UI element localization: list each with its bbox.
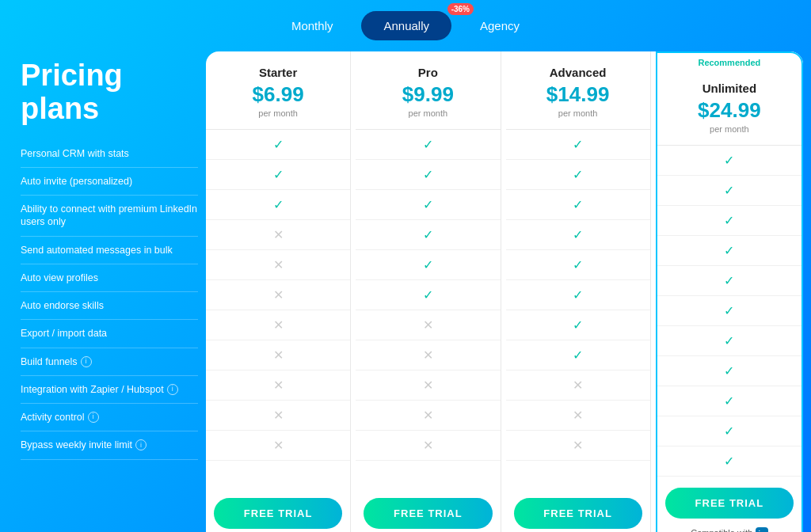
plan-name-starter: Starter [214, 66, 342, 79]
check-cell-unlimited-10: ✓ [657, 446, 801, 477]
check-cell-pro-7: ✕ [356, 340, 500, 370]
check-cell-unlimited-7: ✓ [657, 356, 801, 386]
discount-badge: -36% [447, 3, 474, 15]
feature-item: Send automated messages in bulk [21, 237, 198, 264]
check-cell-starter-1: ✓ [206, 160, 350, 190]
feature-item: Build funnelsi [21, 348, 198, 376]
feature-item: Personal CRM with stats [21, 140, 198, 168]
check-grid: ✓✓✓✕✕✕✕✕✕✕✕ [206, 130, 350, 487]
check-cell-unlimited-2: ✓ [657, 206, 801, 236]
check-cell-pro-0: ✓ [356, 130, 500, 160]
check-cell-starter-4: ✕ [206, 250, 350, 280]
plan-footer-starter: FREE TRIAL Compatible with in + Sales Na… [206, 487, 350, 532]
check-cell-advanced-5: ✓ [506, 280, 650, 310]
feature-item: Auto view profiles [21, 264, 198, 292]
feature-item: Activity controli [21, 404, 198, 431]
check-cell-unlimited-0: ✓ [657, 146, 801, 176]
plan-price-advanced: $14.99 [514, 82, 642, 107]
check-cell-unlimited-9: ✓ [657, 416, 801, 446]
check-cell-pro-3: ✓ [356, 220, 500, 250]
check-cell-starter-0: ✓ [206, 130, 350, 160]
feature-item: Ability to connect with premium LinkedIn… [21, 196, 198, 237]
feature-item: Integration with Zapier / Hubspoti [21, 376, 198, 404]
tab-agency[interactable]: Agency [458, 11, 542, 40]
check-cell-pro-10: ✕ [356, 431, 500, 461]
plan-header-advanced: Advanced $14.99 per month [506, 51, 650, 130]
check-cell-pro-1: ✓ [356, 160, 500, 190]
plan-period-starter: per month [214, 108, 342, 118]
check-cell-advanced-8: ✕ [506, 370, 650, 401]
features-sidebar: Pricingplans Personal CRM with statsAuto… [8, 51, 206, 532]
feature-list: Personal CRM with statsAuto invite (pers… [21, 140, 198, 532]
check-cell-starter-3: ✕ [206, 220, 350, 250]
check-cell-unlimited-1: ✓ [657, 176, 801, 206]
recommended-badge: Recommended [657, 53, 801, 67]
check-cell-pro-5: ✓ [356, 280, 500, 310]
check-cell-advanced-1: ✓ [506, 160, 650, 190]
plan-name-unlimited: Unlimited [665, 82, 794, 95]
check-cell-unlimited-6: ✓ [657, 326, 801, 356]
check-cell-advanced-10: ✕ [506, 431, 650, 461]
check-cell-advanced-4: ✓ [506, 250, 650, 280]
check-cell-advanced-3: ✓ [506, 220, 650, 250]
feature-item: Export / import data [21, 320, 198, 348]
check-cell-starter-8: ✕ [206, 370, 350, 401]
check-cell-starter-9: ✕ [206, 401, 350, 431]
feature-item: Bypass weekly invite limiti [21, 431, 198, 459]
check-cell-pro-8: ✕ [356, 370, 500, 401]
plan-header-starter: Starter $6.99 per month [206, 51, 350, 130]
plan-price-pro: $9.99 [364, 82, 492, 107]
check-cell-starter-2: ✓ [206, 190, 350, 220]
plan-header-pro: Pro $9.99 per month [356, 51, 500, 130]
plan-name-advanced: Advanced [514, 66, 642, 79]
compatible-text-unlimited: Compatible with in [665, 526, 794, 532]
plans-container: Starter $6.99 per month ✓✓✓✕✕✕✕✕✕✕✕ FREE… [206, 51, 803, 532]
plan-header-unlimited: Unlimited $24.99 per month [657, 67, 801, 146]
plan-footer-advanced: FREE TRIAL Compatible with in + Sales Na… [506, 487, 650, 532]
plan-price-starter: $6.99 [214, 82, 342, 107]
pricing-title: Pricingplans [21, 59, 198, 126]
top-bar: Monthly Annually -36% Agency [0, 0, 811, 51]
plan-period-unlimited: per month [665, 124, 794, 134]
plan-price-unlimited: $24.99 [665, 98, 794, 123]
plan-footer-unlimited: FREE TRIAL Compatible with in + Premium … [657, 477, 801, 532]
plan-col-advanced: Advanced $14.99 per month ✓✓✓✓✓✓✓✓✕✕✕ FR… [506, 51, 651, 532]
check-cell-unlimited-5: ✓ [657, 296, 801, 326]
main-content: Pricingplans Personal CRM with statsAuto… [0, 51, 811, 532]
free-trial-btn-advanced[interactable]: FREE TRIAL [514, 498, 642, 529]
free-trial-btn-pro[interactable]: FREE TRIAL [364, 498, 492, 529]
check-grid: ✓✓✓✓✓✓✓✓✕✕✕ [506, 130, 650, 487]
tab-annually[interactable]: Annually [361, 11, 451, 40]
check-cell-starter-7: ✕ [206, 340, 350, 370]
check-cell-starter-5: ✕ [206, 280, 350, 310]
info-icon[interactable]: i [135, 439, 147, 450]
plan-col-starter: Starter $6.99 per month ✓✓✓✕✕✕✕✕✕✕✕ FREE… [206, 51, 351, 532]
feature-item: Auto endorse skills [21, 292, 198, 320]
check-cell-unlimited-8: ✓ [657, 386, 801, 416]
check-cell-advanced-9: ✕ [506, 401, 650, 431]
check-grid: ✓✓✓✓✓✓✓✓✓✓✓ [657, 146, 801, 477]
linkedin-icon-unlimited: in [756, 527, 768, 532]
check-cell-advanced-0: ✓ [506, 130, 650, 160]
free-trial-btn-starter[interactable]: FREE TRIAL [214, 498, 342, 529]
feature-item: Auto invite (personalized) [21, 168, 198, 196]
tab-monthly[interactable]: Monthly [269, 11, 356, 40]
info-icon[interactable]: i [167, 384, 178, 395]
check-cell-starter-6: ✕ [206, 310, 350, 340]
check-grid: ✓✓✓✓✓✓✕✕✕✕✕ [356, 130, 500, 487]
plan-footer-pro: FREE TRIAL Compatible with in + Sales Na… [356, 487, 500, 532]
info-icon[interactable]: i [88, 412, 99, 423]
check-cell-starter-10: ✕ [206, 431, 350, 461]
info-icon[interactable]: i [81, 356, 92, 367]
plan-period-pro: per month [364, 108, 492, 118]
plan-name-pro: Pro [364, 66, 492, 79]
check-cell-advanced-2: ✓ [506, 190, 650, 220]
check-cell-pro-2: ✓ [356, 190, 500, 220]
check-cell-pro-9: ✕ [356, 401, 500, 431]
check-cell-unlimited-4: ✓ [657, 266, 801, 296]
plan-col-pro: Pro $9.99 per month ✓✓✓✓✓✓✕✕✕✕✕ FREE TRI… [356, 51, 501, 532]
free-trial-btn-unlimited[interactable]: FREE TRIAL [665, 488, 794, 519]
check-cell-advanced-7: ✓ [506, 340, 650, 370]
plan-col-unlimited: Recommended Unlimited $24.99 per month ✓… [656, 51, 803, 532]
check-cell-unlimited-3: ✓ [657, 236, 801, 266]
